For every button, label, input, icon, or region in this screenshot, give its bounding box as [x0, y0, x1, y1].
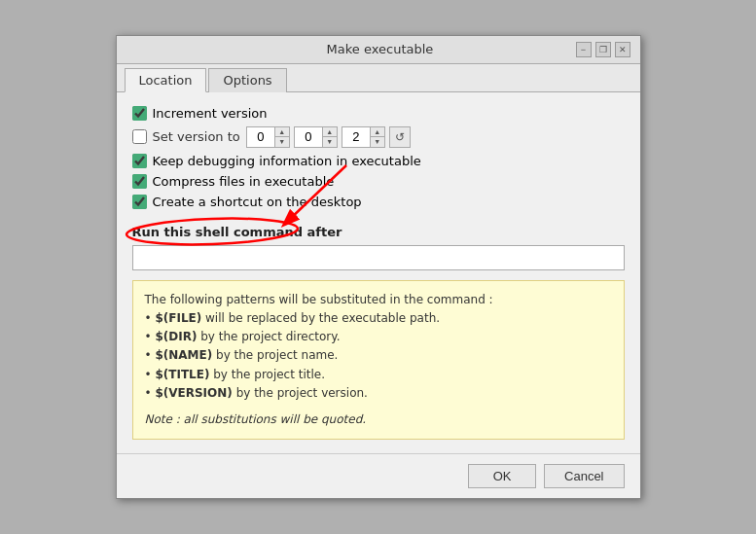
info-line-4: • $(TITLE) by the project title. [145, 366, 612, 384]
reset-version-button[interactable]: ↺ [389, 126, 411, 148]
version-spinner-1: ▲ ▼ [246, 126, 290, 148]
keep-debugging-label: Keep debugging information in executable [153, 154, 421, 168]
ok-button[interactable]: OK [468, 464, 536, 488]
info-note: Note : all substitutions will be quoted. [145, 410, 612, 429]
close-button[interactable]: ✕ [615, 42, 630, 57]
version-v1-input[interactable] [247, 127, 274, 146]
spinner-group: ▲ ▼ ▲ ▼ ▲ ▼ [246, 126, 411, 148]
version-v3-input[interactable] [342, 127, 370, 146]
version-spinner-2: ▲ ▼ [294, 126, 338, 148]
cancel-button[interactable]: Cancel [544, 464, 624, 488]
tab-location[interactable]: Location [125, 68, 207, 92]
tab-options[interactable]: Options [208, 68, 286, 92]
keep-debugging-row: Keep debugging information in executable [132, 154, 625, 168]
title-bar: Make executable − ❐ ✕ [117, 36, 640, 64]
set-version-label: Set version to [153, 129, 240, 144]
version-v2-input[interactable] [295, 127, 322, 146]
info-box: The following patterns will be substitut… [132, 280, 625, 440]
v3-up-arrow[interactable]: ▲ [371, 127, 384, 137]
shell-section-label: Run this shell command after [132, 225, 625, 239]
compress-files-label: Compress files in executable [153, 174, 335, 189]
dialog-footer: OK Cancel [117, 453, 640, 498]
compress-files-row: Compress files in executable [132, 174, 625, 189]
v2-down-arrow[interactable]: ▼ [323, 137, 337, 147]
keep-debugging-checkbox[interactable] [132, 154, 147, 168]
shell-command-input[interactable] [132, 245, 625, 270]
create-shortcut-row: Create a shortcut on the desktop [132, 195, 625, 209]
restore-button[interactable]: ❐ [595, 42, 611, 57]
info-line-3: • $(NAME) by the project name. [145, 346, 612, 365]
version-spinner-3: ▲ ▼ [342, 126, 385, 148]
set-version-checkbox[interactable] [132, 129, 147, 144]
compress-files-checkbox[interactable] [132, 174, 147, 189]
create-shortcut-checkbox[interactable] [132, 195, 147, 209]
shell-section: Run this shell command after [132, 221, 625, 270]
tab-content: Increment version Set version to ▲ ▼ ▲ [117, 92, 640, 453]
dialog-title: Make executable [185, 42, 576, 56]
create-shortcut-label: Create a shortcut on the desktop [153, 195, 362, 209]
info-line-2: • $(DIR) by the project directory. [145, 328, 612, 346]
info-line-0: The following patterns will be substitut… [145, 291, 612, 309]
v1-down-arrow[interactable]: ▼ [275, 137, 289, 147]
info-line-1: • $(FILE) will be replaced by the execut… [145, 309, 612, 328]
v2-up-arrow[interactable]: ▲ [323, 127, 337, 137]
dialog: Make executable − ❐ ✕ Location Options I… [116, 35, 641, 499]
v1-up-arrow[interactable]: ▲ [275, 127, 289, 137]
tab-bar: Location Options [117, 64, 640, 92]
set-version-row: Set version to ▲ ▼ ▲ ▼ [132, 126, 625, 148]
title-bar-buttons: − ❐ ✕ [576, 42, 630, 57]
increment-version-row: Increment version [132, 106, 625, 121]
minimize-button[interactable]: − [576, 42, 592, 57]
increment-version-checkbox[interactable] [132, 106, 147, 121]
increment-version-label: Increment version [153, 106, 268, 121]
v3-down-arrow[interactable]: ▼ [371, 137, 384, 147]
info-line-5: • $(VERSION) by the project version. [145, 384, 612, 403]
